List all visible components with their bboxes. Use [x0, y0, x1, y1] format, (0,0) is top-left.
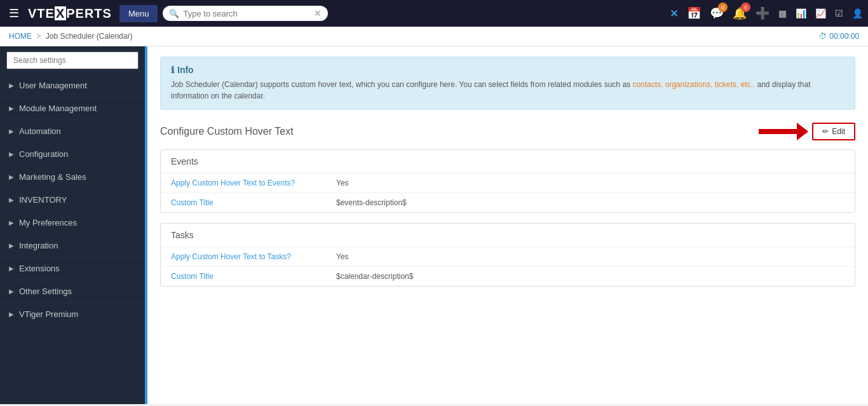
content-inner: ℹ Info Job Scheduler (Calendar) supports…: [147, 46, 868, 404]
sidebar-item-marketing-sales[interactable]: ▶ Marketing & Sales: [0, 166, 145, 189]
navbar-search-box: 🔍 ✕: [163, 6, 328, 21]
info-title: ℹ Info: [171, 65, 844, 75]
table-row: Custom Title $events-description$: [161, 193, 855, 212]
chevron-right-icon: ▶: [9, 128, 14, 135]
edit-label: Edit: [832, 127, 845, 136]
events-row2-value: $events-description$: [336, 198, 407, 207]
navbar-icons: ✕ 📅 💬 0 🔔 0 ➕ ▦ 📊 📈 ☑ 👤: [670, 6, 863, 20]
tasks-row2-value: $calendar-description$: [336, 272, 413, 281]
sidebar-item-label: Automation: [19, 126, 61, 136]
info-icon: ℹ: [171, 65, 174, 75]
navbar: ☰ VTEXPERTS Menu 🔍 ✕ ✕ 📅 💬 0 🔔 0 ➕ ▦ 📊 📈…: [0, 0, 868, 27]
bell-nav-icon[interactable]: 🔔 0: [733, 6, 747, 20]
chevron-right-icon: ▶: [9, 151, 14, 158]
chevron-right-icon: ▶: [9, 105, 14, 112]
section-header: Configure Custom Hover Text ✏ Edit: [160, 123, 855, 140]
chevron-right-icon: ▶: [9, 173, 14, 180]
breadcrumb-bar: HOME > Job Scheduler (Calendar) ⏱ 00:00:…: [0, 27, 868, 46]
sidebar-search-container: [0, 46, 145, 74]
check-nav-icon[interactable]: ☑: [835, 8, 843, 18]
chevron-right-icon: ▶: [9, 196, 14, 203]
events-row1-value: Yes: [336, 179, 349, 187]
plus-nav-icon[interactable]: ➕: [756, 6, 770, 20]
info-link[interactable]: contacts, organizations, tickets, etc..: [632, 80, 755, 89]
mountain-nav-icon[interactable]: 📈: [815, 8, 826, 18]
tasks-section: Tasks Apply Custom Hover Text to Tasks? …: [160, 223, 855, 287]
info-box: ℹ Info Job Scheduler (Calendar) supports…: [160, 57, 855, 110]
tasks-row1-label: Apply Custom Hover Text to Tasks?: [171, 252, 336, 261]
chat-nav-icon[interactable]: 💬 0: [710, 6, 724, 20]
logo: VTEXPERTS: [28, 6, 112, 21]
pencil-icon: ✏: [822, 127, 829, 136]
sidebar-item-label: Integration: [19, 241, 58, 250]
arrow-indicator: [759, 123, 808, 140]
sidebar-item-user-management[interactable]: ▶ User Management: [0, 74, 145, 97]
sidebar-item-label: Marketing & Sales: [19, 172, 86, 182]
table-row: Apply Custom Hover Text to Tasks? Yes: [161, 247, 855, 267]
clock-icon: ⏱: [819, 32, 827, 41]
chevron-right-icon: ▶: [9, 288, 14, 295]
sidebar-item-extensions[interactable]: ▶ Extensions: [0, 257, 145, 280]
grid-nav-icon[interactable]: ▦: [778, 8, 787, 18]
sidebar-item-my-preferences[interactable]: ▶ My Preferences: [0, 212, 145, 234]
breadcrumb-home[interactable]: HOME: [9, 32, 32, 41]
arrow-head: [797, 123, 808, 140]
sidebar-item-label: My Preferences: [19, 218, 77, 227]
sidebar-item-integration[interactable]: ▶ Integration: [0, 234, 145, 257]
table-row: Apply Custom Hover Text to Events? Yes: [161, 173, 855, 193]
timer-value: 00:00:00: [829, 32, 859, 41]
info-description: Job Scheduler (Calendar) supports custom…: [171, 79, 844, 102]
sidebar: ▶ User Management ▶ Module Management ▶ …: [0, 46, 145, 404]
clear-search-icon[interactable]: ✕: [314, 8, 322, 18]
chevron-right-icon: ▶: [9, 219, 14, 226]
bar-chart-nav-icon[interactable]: 📊: [796, 8, 806, 18]
breadcrumb: HOME > Job Scheduler (Calendar): [9, 32, 132, 41]
arrow-body: [759, 129, 797, 134]
calendar-nav-icon[interactable]: 📅: [687, 6, 701, 20]
sidebar-item-label: VTiger Premium: [19, 309, 78, 319]
breadcrumb-separator: >: [36, 32, 41, 41]
chevron-right-icon: ▶: [9, 311, 14, 318]
edit-button[interactable]: ✏ Edit: [812, 123, 855, 140]
tasks-row2-label: Custom Title: [171, 272, 336, 281]
menu-button[interactable]: Menu: [119, 5, 158, 22]
info-title-text: Info: [177, 65, 194, 75]
main-layout: ▶ User Management ▶ Module Management ▶ …: [0, 46, 868, 404]
sidebar-item-configuration[interactable]: ▶ Configuration: [0, 143, 145, 166]
events-row1-label: Apply Custom Hover Text to Events?: [171, 179, 336, 187]
chevron-right-icon: ▶: [9, 82, 14, 89]
sidebar-item-other-settings[interactable]: ▶ Other Settings: [0, 280, 145, 303]
sidebar-item-label: Configuration: [19, 149, 68, 159]
sidebar-item-inventory[interactable]: ▶ INVENTORY: [0, 189, 145, 212]
content-area: ℹ Info Job Scheduler (Calendar) supports…: [147, 46, 868, 404]
navbar-search-input[interactable]: [183, 9, 310, 18]
chevron-right-icon: ▶: [9, 242, 14, 249]
breadcrumb-current: Job Scheduler (Calendar): [46, 32, 133, 41]
sidebar-item-label: Extensions: [19, 264, 60, 273]
vtexperts-nav-icon[interactable]: ✕: [670, 8, 678, 20]
bell-badge: 0: [741, 3, 750, 12]
sidebar-item-label: Other Settings: [19, 287, 72, 296]
hamburger-icon[interactable]: ☰: [5, 4, 23, 23]
sidebar-item-label: User Management: [19, 81, 87, 90]
sidebar-item-automation[interactable]: ▶ Automation: [0, 120, 145, 143]
section-title: Configure Custom Hover Text: [160, 126, 294, 137]
table-row: Custom Title $calendar-description$: [161, 267, 855, 286]
chat-badge: 0: [718, 3, 728, 12]
events-section: Events Apply Custom Hover Text to Events…: [160, 149, 855, 213]
events-section-title: Events: [161, 150, 855, 173]
events-row2-label: Custom Title: [171, 198, 336, 207]
timer: ⏱ 00:00:00: [819, 32, 859, 41]
sidebar-item-vtiger-premium[interactable]: ▶ VTiger Premium: [0, 303, 145, 326]
search-icon: 🔍: [169, 9, 179, 18]
sidebar-item-module-management[interactable]: ▶ Module Management: [0, 97, 145, 120]
chevron-right-icon: ▶: [9, 265, 14, 272]
edit-btn-wrapper: ✏ Edit: [759, 123, 855, 140]
sidebar-search-input[interactable]: [6, 51, 139, 69]
tasks-row1-value: Yes: [336, 252, 349, 261]
user-nav-icon[interactable]: 👤: [852, 8, 863, 18]
sidebar-item-label: INVENTORY: [19, 195, 67, 205]
sidebar-item-label: Module Management: [19, 104, 97, 113]
tasks-section-title: Tasks: [161, 224, 855, 247]
